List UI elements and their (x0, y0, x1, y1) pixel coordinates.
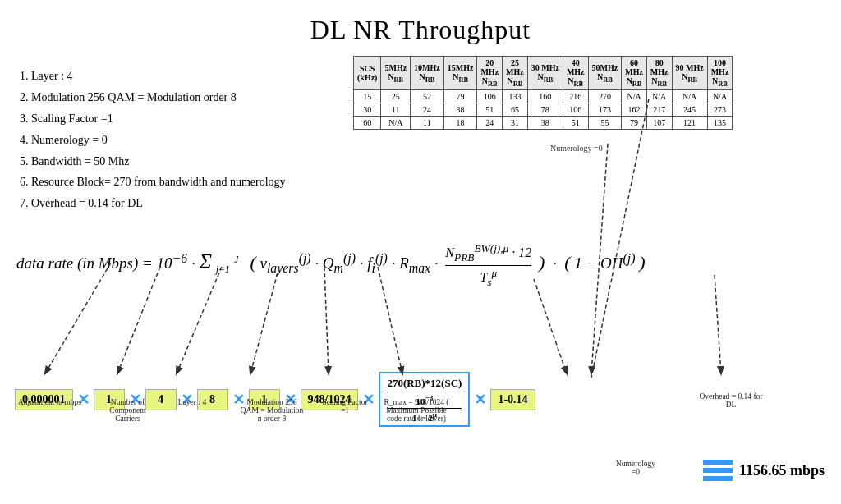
table-cell: 121 (672, 117, 707, 130)
table-cell: N/A (672, 90, 707, 103)
table-header: 25MHzNRB (503, 57, 528, 90)
result-value: 1156.65 mbps (739, 462, 825, 479)
label-5: R_max = 948/1024 ( Maximum Possible code… (384, 398, 449, 423)
table-cell: 106 (563, 103, 588, 117)
table-cell: 31 (503, 117, 528, 130)
svg-line-7 (715, 275, 721, 373)
page-title: DL NR Throughput (0, 0, 841, 45)
table-cell: 24 (411, 103, 444, 117)
table-cell: 217 (646, 103, 672, 117)
svg-line-4 (534, 279, 567, 373)
table-cell: N/A (381, 117, 411, 130)
table-cell: 11 (381, 103, 411, 117)
table-cell: 65 (503, 103, 528, 117)
table-cell: 160 (527, 90, 563, 103)
table-cell: 30 (354, 103, 381, 117)
table-cell: 55 (588, 117, 622, 130)
table-cell: 245 (672, 103, 707, 117)
table-cell: N/A (622, 90, 647, 103)
list-item: Numerology = 0 (31, 130, 286, 151)
result-line (703, 476, 733, 481)
value-box-7: 1-0.14 (490, 389, 535, 410)
table-header: SCS(kHz) (354, 57, 381, 90)
formula-area: data rate (in Mbps) = 10−6 · Σ j=1 J ( v… (16, 242, 833, 288)
left-panel: Layer : 4 Modulation 256 QAM = Modulatio… (16, 66, 286, 214)
table-cell: 60 (354, 117, 381, 130)
table-cell: 106 (477, 90, 503, 103)
table-cell: 51 (477, 103, 503, 117)
table-cell: N/A (646, 90, 672, 103)
table-cell: 79 (622, 117, 647, 130)
table-header: 10MHzNRB (411, 57, 444, 90)
table-cell: 270 (588, 90, 622, 103)
label-4: Scaling Factor =1 (320, 398, 370, 415)
result-line (703, 468, 733, 473)
table-cell: 52 (411, 90, 444, 103)
table-header: 90 MHzNRB (672, 57, 707, 90)
table-cell: 216 (563, 90, 588, 103)
list-item: Resource Block= 270 from bandwidth and n… (31, 172, 286, 193)
list-item: Layer : 4 (31, 66, 286, 87)
table-cell: 51 (563, 117, 588, 130)
result-line (703, 460, 733, 465)
overhead-label: Overhead = 0.14 for DL (694, 392, 768, 409)
list-item: Modulation 256 QAM = Modulation order 8 (31, 87, 286, 108)
label-2: Layer : 4 (168, 398, 217, 406)
result-lines-icon (703, 460, 733, 481)
table-header: 100MHzNRB (707, 57, 733, 90)
label-1: Number of Component Carriers (97, 398, 159, 423)
table-cell: 135 (707, 117, 733, 130)
table-cell: N/A (707, 90, 733, 103)
table-cell: 15 (354, 90, 381, 103)
result-box: 1156.65 mbps (703, 460, 825, 481)
table-header: 15MHzNRB (443, 57, 477, 90)
table-header: 40MHzNRB (563, 57, 588, 90)
numerology-note: Numerology =0 (550, 144, 603, 153)
label-0: Adjustment to mbps (15, 398, 85, 406)
table-cell: 173 (588, 103, 622, 117)
table-cell: 18 (443, 117, 477, 130)
svg-line-9 (591, 99, 649, 378)
table-cell: 38 (527, 117, 563, 130)
table-cell: 38 (443, 103, 477, 117)
list-item: Scaling Factor =1 (31, 108, 286, 130)
table-cell: 273 (707, 103, 733, 117)
nrb-table: SCS(kHz) 5MHzNRB 10MHzNRB 15MHzNRB 20MHz… (353, 56, 733, 130)
table-header: 80MHzNRB (646, 57, 672, 90)
list-item: Bandwidth = 50 Mhz (31, 151, 286, 172)
table-cell: 79 (443, 90, 477, 103)
table-cell: 107 (646, 117, 672, 130)
table-header: 60MHzNRB (622, 57, 647, 90)
numerology-label: Numerology=0 (616, 460, 655, 476)
times-symbol: ✕ (474, 391, 486, 409)
table-cell: 162 (622, 103, 647, 117)
table-cell: 25 (381, 90, 411, 103)
table-cell: 133 (503, 90, 528, 103)
table-header: 30 MHzNRB (527, 57, 563, 90)
table-header: 50MHzNRB (588, 57, 622, 90)
table-header: 5MHzNRB (381, 57, 411, 90)
label-3: Modulation 256 QAM = Modulation n order … (240, 398, 304, 423)
table-header: 20MHzNRB (477, 57, 503, 90)
table-cell: 11 (411, 117, 444, 130)
table-cell: 24 (477, 117, 503, 130)
table-cell: 78 (527, 103, 563, 117)
list-item: Overhead = 0.14 for DL (31, 193, 286, 214)
